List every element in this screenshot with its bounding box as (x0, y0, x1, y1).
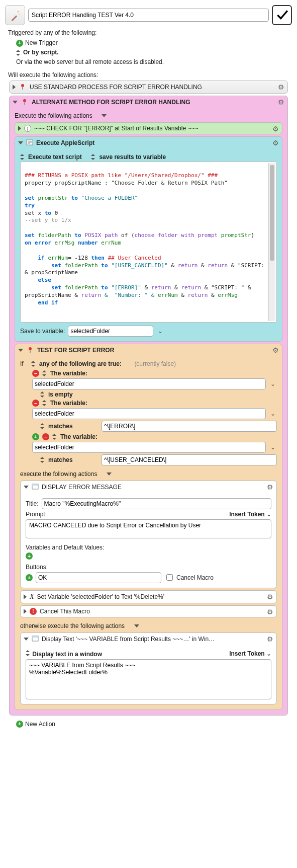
gear-icon[interactable]: ⚙ (278, 83, 284, 91)
group-alternate-method: ALTERNATE METHOD FOR SCRIPT ERROR HANDLI… (9, 96, 288, 716)
remove-condition-button[interactable]: – (32, 400, 39, 407)
save-to-variable-label: Save to variable: (20, 328, 65, 335)
op: & (144, 284, 148, 291)
add-trigger-button[interactable]: + (16, 40, 23, 47)
action-cancel-macro[interactable]: ! Cancel This Macro ⚙ (20, 605, 277, 617)
regex-input[interactable] (102, 454, 277, 465)
window-icon (32, 635, 39, 644)
insert-token-button[interactable]: Insert Token ⌄ (229, 511, 271, 518)
kw: return (81, 292, 102, 298)
kw: number (78, 240, 98, 246)
condition-type-menu[interactable] (52, 434, 57, 440)
variables-label: Variables and Default Values: (26, 544, 271, 551)
add-action-button[interactable]: + (16, 721, 23, 728)
display-text-body[interactable] (26, 659, 271, 699)
save-variable-input[interactable] (68, 326, 153, 337)
script-type-label: Execute text script (28, 153, 82, 161)
chevron-down-icon[interactable]: ⌄ (269, 380, 277, 387)
kw: return (178, 262, 198, 269)
cmt: ## User Canceled (108, 255, 161, 261)
title-field-input[interactable] (42, 498, 271, 509)
matcher-menu[interactable] (40, 457, 45, 463)
gear-icon[interactable]: ⚙ (272, 125, 279, 133)
scrollbar-thumb[interactable] (270, 165, 274, 261)
condition-type-menu[interactable] (42, 370, 47, 376)
op: & (211, 292, 215, 298)
kw: end if (25, 299, 58, 306)
execute-following-label: execute the following actions (20, 470, 97, 478)
chevron-down-icon[interactable]: ⌄ (156, 328, 164, 335)
action-set-variable[interactable]: X Set Variable 'selectedFolder' to Text … (20, 590, 277, 603)
matches-label: matches (48, 456, 98, 463)
enable-macro-toggle[interactable] (272, 5, 292, 25)
the-variable-label: The variable: (50, 400, 87, 407)
ident: promptStr (221, 232, 251, 239)
macro-icon-button[interactable] (5, 5, 25, 25)
variable-name-input[interactable] (32, 408, 266, 419)
action-check-error[interactable]: ¡ ~~~ CHECK FOR "[ERROR]" at Start of Re… (15, 122, 282, 134)
prompt-textarea[interactable] (26, 519, 271, 538)
display-error-title: DISPLAY ERROR MESSAGE (42, 484, 122, 491)
cancel-macro-checkbox[interactable] (166, 574, 173, 581)
disclosure-triangle-icon[interactable] (18, 349, 23, 352)
gear-icon[interactable]: ⚙ (267, 635, 273, 643)
str: "[ERROR]" (111, 284, 141, 291)
any-all-menu[interactable] (31, 361, 36, 367)
remove-condition-button[interactable]: – (42, 433, 49, 440)
matcher-menu[interactable] (40, 423, 45, 429)
disclosure-triangle-icon[interactable] (24, 609, 27, 614)
script-type-menu[interactable] (20, 154, 25, 160)
group-icon (21, 98, 29, 106)
disclosure-triangle-icon[interactable] (24, 486, 29, 489)
cancel-macro-checkbox-row[interactable]: Cancel Macro (164, 573, 214, 582)
remove-condition-button[interactable]: – (32, 370, 39, 377)
kw: set (25, 232, 35, 239)
chevron-down-icon[interactable]: ⌄ (269, 444, 277, 451)
disclosure-triangle-icon[interactable] (13, 101, 18, 104)
or-by-script-menu[interactable] (16, 50, 21, 56)
kw: to (74, 232, 81, 239)
condition-type-menu[interactable] (42, 400, 47, 406)
save-results-menu[interactable] (91, 154, 96, 160)
add-variable-button[interactable]: + (26, 553, 33, 560)
disclosure-triangle-icon[interactable] (24, 638, 29, 641)
applescript-source-editor[interactable]: ### RETURNS a POSIX path like "/Users/Sh… (20, 162, 277, 323)
gear-icon[interactable]: ⚙ (267, 483, 273, 491)
macro-title-input[interactable] (28, 9, 269, 22)
kw: return (151, 284, 171, 291)
add-condition-button[interactable]: + (32, 433, 39, 440)
display-mode-menu[interactable] (26, 650, 31, 656)
regex-input[interactable] (102, 421, 277, 432)
gear-icon[interactable]: ⚙ (272, 139, 279, 147)
new-action-link[interactable]: New Action (25, 720, 55, 729)
chevron-down-icon[interactable] (134, 624, 139, 627)
gear-icon[interactable]: ⚙ (278, 98, 284, 106)
gear-icon[interactable]: ⚙ (267, 593, 273, 601)
script-line: set x (25, 210, 41, 216)
matcher-menu[interactable] (40, 391, 45, 398)
disclosure-triangle-icon[interactable] (24, 594, 27, 599)
disclosure-triangle-icon[interactable] (18, 141, 23, 144)
group-standard-process[interactable]: USE STANDARD PROCESS FOR SCRIPT ERROR HA… (9, 81, 288, 94)
ident: folderPath (38, 232, 71, 239)
script-line: property propScriptName : "Choose Folder… (25, 180, 228, 186)
svg-rect-11 (32, 484, 38, 486)
kw: then (91, 255, 105, 261)
gear-icon[interactable]: ⚙ (267, 608, 273, 616)
action-display-text: Display Text '~~~ VARIABLE from Script R… (20, 633, 277, 704)
disclosure-triangle-icon[interactable] (13, 85, 16, 90)
chevron-down-icon[interactable] (102, 114, 107, 117)
chevron-down-icon[interactable] (107, 472, 112, 476)
chevron-down-icon[interactable]: ⌄ (269, 410, 277, 417)
variable-name-input[interactable] (32, 378, 266, 389)
gear-icon[interactable]: ⚙ (272, 346, 279, 354)
add-button-button[interactable]: + (26, 574, 33, 581)
button-text-input[interactable] (36, 572, 161, 583)
is-empty-label: is empty (48, 391, 73, 398)
scrollbar[interactable] (268, 163, 275, 321)
new-trigger-link[interactable]: New Trigger (25, 38, 58, 48)
insert-token-button[interactable]: Insert Token ⌄ (229, 650, 271, 657)
variable-name-input[interactable] (32, 442, 266, 453)
disclosure-triangle-icon[interactable] (18, 126, 21, 131)
applescript-title: Execute AppleScript (36, 139, 94, 146)
